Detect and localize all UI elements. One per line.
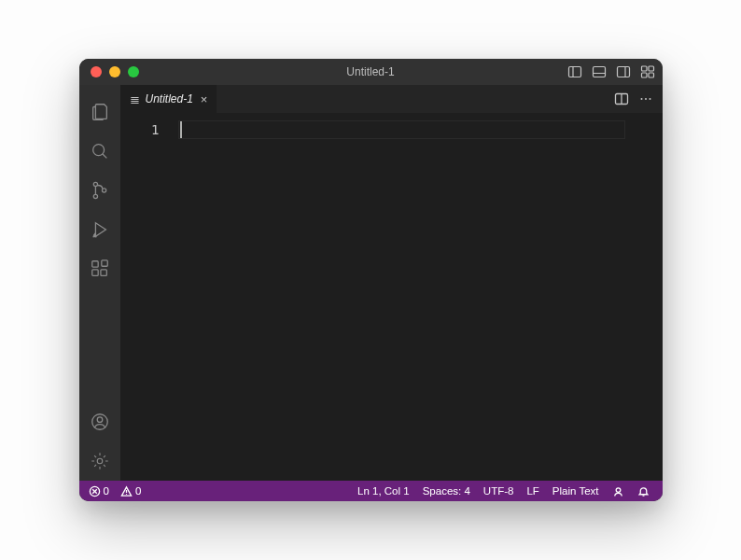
notifications-bell-icon[interactable]	[632, 485, 655, 497]
tab-bar: ≣ Untitled-1 ×	[120, 85, 663, 113]
svg-rect-17	[91, 261, 97, 267]
source-control-icon[interactable]	[79, 171, 120, 210]
svg-rect-7	[649, 66, 654, 71]
indentation-status[interactable]: Spaces: 4	[417, 485, 476, 497]
editor-content[interactable]	[176, 113, 663, 481]
tab-label: Untitled-1	[146, 92, 193, 105]
svg-rect-19	[100, 270, 105, 275]
svg-rect-18	[91, 270, 97, 275]
search-icon[interactable]	[79, 132, 120, 171]
statusbar-left: 0 0	[85, 485, 146, 497]
line-number: 1	[120, 120, 160, 139]
settings-gear-icon[interactable]	[79, 441, 120, 481]
toggle-secondary-sidebar-icon[interactable]	[616, 64, 631, 79]
error-count: 0	[104, 485, 109, 497]
current-line-highlight	[178, 120, 625, 139]
svg-marker-15	[95, 223, 105, 237]
svg-point-28	[649, 98, 650, 100]
toggle-primary-sidebar-icon[interactable]	[567, 64, 582, 79]
title-bar: Untitled-1	[79, 59, 663, 85]
app-body: ≣ Untitled-1 × 1	[79, 85, 663, 481]
close-tab-icon[interactable]: ×	[199, 92, 208, 106]
svg-point-27	[645, 98, 647, 100]
svg-rect-9	[649, 73, 654, 77]
more-actions-icon[interactable]	[638, 91, 653, 106]
run-debug-icon[interactable]	[79, 210, 120, 249]
svg-rect-6	[641, 66, 647, 71]
explorer-icon[interactable]	[79, 92, 120, 132]
svg-rect-0	[568, 67, 580, 77]
extensions-icon[interactable]	[79, 249, 120, 288]
problems-warnings[interactable]: 0	[117, 485, 145, 497]
svg-point-26	[640, 98, 642, 100]
cursor-position[interactable]: Ln 1, Col 1	[352, 485, 415, 497]
svg-point-34	[616, 487, 621, 492]
file-icon: ≣	[130, 92, 140, 106]
editor-tab[interactable]: ≣ Untitled-1 ×	[120, 85, 217, 113]
svg-rect-8	[641, 73, 647, 77]
warning-count: 0	[135, 485, 141, 497]
line-number-gutter: 1	[120, 113, 176, 481]
activity-bar	[79, 85, 120, 481]
svg-point-14	[102, 189, 105, 192]
text-editor[interactable]: 1	[120, 113, 663, 481]
svg-point-13	[93, 194, 97, 198]
feedback-icon[interactable]	[607, 485, 630, 497]
status-bar: 0 0 Ln 1, Col 1 Spaces: 4 UTF-8 LF Plain…	[79, 481, 663, 501]
customize-layout-icon[interactable]	[640, 64, 655, 79]
problems-errors[interactable]: 0	[85, 485, 113, 497]
svg-point-22	[97, 417, 103, 423]
svg-rect-20	[101, 260, 106, 266]
split-editor-icon[interactable]	[614, 91, 629, 106]
svg-point-12	[93, 182, 97, 186]
statusbar-right: Ln 1, Col 1 Spaces: 4 UTF-8 LF Plain Tex…	[352, 485, 654, 497]
svg-rect-4	[617, 67, 629, 77]
editor-area: ≣ Untitled-1 × 1	[120, 85, 663, 481]
encoding-status[interactable]: UTF-8	[478, 485, 520, 497]
language-mode[interactable]: Plain Text	[547, 485, 605, 497]
editor-actions	[614, 85, 663, 113]
svg-point-10	[92, 145, 104, 156]
app-window: Untitled-1	[79, 59, 663, 501]
svg-point-23	[97, 458, 103, 464]
text-cursor	[180, 121, 182, 138]
accounts-icon[interactable]	[79, 402, 120, 441]
titlebar-layout-controls	[567, 64, 655, 79]
svg-line-11	[102, 154, 105, 158]
svg-point-33	[126, 494, 127, 495]
svg-rect-2	[593, 67, 605, 77]
toggle-panel-icon[interactable]	[592, 64, 607, 79]
eol-status[interactable]: LF	[521, 485, 544, 497]
